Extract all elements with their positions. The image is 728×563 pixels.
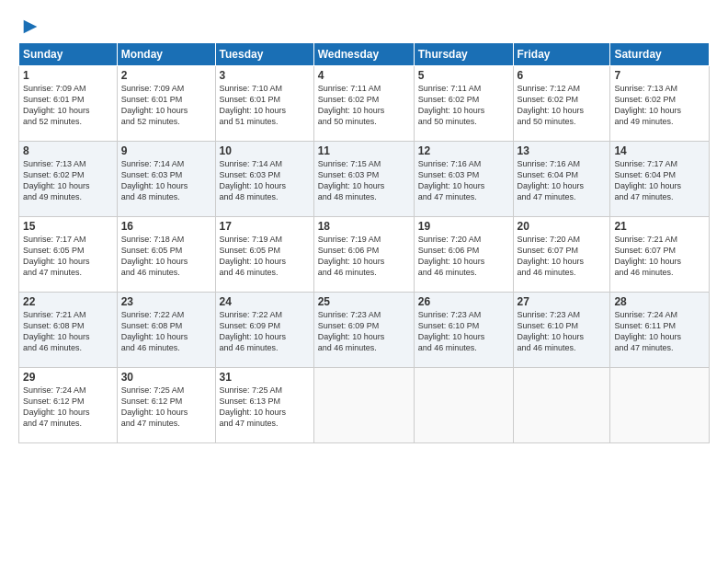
day-info: Sunrise: 7:15 AMSunset: 6:03 PMDaylight:…	[318, 159, 385, 201]
day-info: Sunrise: 7:16 AMSunset: 6:04 PMDaylight:…	[518, 159, 585, 201]
calendar-day-cell: 16 Sunrise: 7:18 AMSunset: 6:05 PMDaylig…	[117, 217, 215, 293]
day-info: Sunrise: 7:18 AMSunset: 6:05 PMDaylight:…	[121, 235, 188, 277]
day-info: Sunrise: 7:10 AMSunset: 6:01 PMDaylight:…	[220, 84, 287, 126]
day-info: Sunrise: 7:25 AMSunset: 6:12 PMDaylight:…	[121, 385, 188, 428]
day-info: Sunrise: 7:22 AMSunset: 6:09 PMDaylight:…	[220, 310, 287, 352]
calendar-day-cell: 24 Sunrise: 7:22 AMSunset: 6:09 PMDaylig…	[215, 293, 313, 368]
day-number: 13	[518, 144, 607, 157]
day-info: Sunrise: 7:19 AMSunset: 6:06 PMDaylight:…	[318, 235, 385, 277]
day-info: Sunrise: 7:24 AMSunset: 6:11 PMDaylight:…	[614, 310, 681, 352]
day-info: Sunrise: 7:13 AMSunset: 6:02 PMDaylight:…	[614, 84, 681, 126]
day-number: 24	[220, 295, 310, 308]
day-number: 10	[220, 144, 310, 157]
weekday-header-cell: Friday	[513, 43, 610, 66]
day-number: 15	[23, 220, 113, 233]
day-number: 2	[121, 69, 211, 82]
day-number: 16	[121, 220, 211, 233]
calendar-day-cell: 8 Sunrise: 7:13 AMSunset: 6:02 PMDayligh…	[19, 142, 118, 217]
day-number: 21	[614, 220, 705, 233]
calendar-day-cell: 20 Sunrise: 7:20 AMSunset: 6:07 PMDaylig…	[513, 217, 610, 293]
day-info: Sunrise: 7:20 AMSunset: 6:07 PMDaylight:…	[518, 235, 585, 277]
day-number: 18	[318, 220, 410, 233]
day-number: 19	[418, 220, 509, 233]
calendar-day-cell: 4 Sunrise: 7:11 AMSunset: 6:02 PMDayligh…	[313, 66, 414, 142]
day-number: 22	[23, 295, 113, 308]
weekday-header-row: SundayMondayTuesdayWednesdayThursdayFrid…	[19, 43, 710, 66]
calendar-table: SundayMondayTuesdayWednesdayThursdayFrid…	[18, 42, 710, 443]
calendar-day-cell: 2 Sunrise: 7:09 AMSunset: 6:01 PMDayligh…	[117, 66, 215, 142]
calendar-day-cell: 27 Sunrise: 7:23 AMSunset: 6:10 PMDaylig…	[513, 293, 610, 368]
weekday-header-cell: Thursday	[414, 43, 513, 66]
day-number: 28	[614, 295, 705, 308]
day-info: Sunrise: 7:09 AMSunset: 6:01 PMDaylight:…	[23, 84, 90, 126]
day-info: Sunrise: 7:24 AMSunset: 6:12 PMDaylight:…	[23, 385, 90, 428]
day-info: Sunrise: 7:11 AMSunset: 6:02 PMDaylight:…	[418, 84, 485, 126]
calendar-day-cell	[313, 368, 414, 443]
calendar-week-row: 22 Sunrise: 7:21 AMSunset: 6:08 PMDaylig…	[19, 293, 710, 368]
calendar-day-cell: 22 Sunrise: 7:21 AMSunset: 6:08 PMDaylig…	[19, 293, 118, 368]
calendar-day-cell: 10 Sunrise: 7:14 AMSunset: 6:03 PMDaylig…	[215, 142, 313, 217]
day-info: Sunrise: 7:22 AMSunset: 6:08 PMDaylight:…	[121, 310, 188, 352]
calendar-week-row: 29 Sunrise: 7:24 AMSunset: 6:12 PMDaylig…	[19, 368, 710, 443]
day-info: Sunrise: 7:16 AMSunset: 6:03 PMDaylight:…	[418, 159, 485, 201]
day-number: 3	[220, 69, 310, 82]
day-number: 20	[518, 220, 607, 233]
calendar-body: 1 Sunrise: 7:09 AMSunset: 6:01 PMDayligh…	[19, 66, 710, 443]
day-info: Sunrise: 7:17 AMSunset: 6:05 PMDaylight:…	[23, 235, 90, 277]
logo-arrow-icon	[20, 17, 40, 37]
day-info: Sunrise: 7:25 AMSunset: 6:13 PMDaylight:…	[220, 385, 287, 428]
day-number: 25	[318, 295, 410, 308]
calendar-day-cell	[414, 368, 513, 443]
day-number: 12	[418, 144, 509, 157]
weekday-header-cell: Saturday	[610, 43, 710, 66]
day-number: 26	[418, 295, 509, 308]
calendar-day-cell: 23 Sunrise: 7:22 AMSunset: 6:08 PMDaylig…	[117, 293, 215, 368]
day-info: Sunrise: 7:14 AMSunset: 6:03 PMDaylight:…	[121, 159, 188, 201]
calendar-day-cell: 9 Sunrise: 7:14 AMSunset: 6:03 PMDayligh…	[117, 142, 215, 217]
calendar-week-row: 1 Sunrise: 7:09 AMSunset: 6:01 PMDayligh…	[19, 66, 710, 142]
day-info: Sunrise: 7:21 AMSunset: 6:07 PMDaylight:…	[614, 235, 681, 277]
day-number: 23	[121, 295, 211, 308]
day-number: 17	[220, 220, 310, 233]
calendar-day-cell: 13 Sunrise: 7:16 AMSunset: 6:04 PMDaylig…	[513, 142, 610, 217]
calendar-day-cell: 15 Sunrise: 7:17 AMSunset: 6:05 PMDaylig…	[19, 217, 118, 293]
calendar-day-cell: 30 Sunrise: 7:25 AMSunset: 6:12 PMDaylig…	[117, 368, 215, 443]
day-info: Sunrise: 7:20 AMSunset: 6:06 PMDaylight:…	[418, 235, 485, 277]
weekday-header-cell: Monday	[117, 43, 215, 66]
calendar-week-row: 15 Sunrise: 7:17 AMSunset: 6:05 PMDaylig…	[19, 217, 710, 293]
day-info: Sunrise: 7:09 AMSunset: 6:01 PMDaylight:…	[121, 84, 188, 126]
day-number: 30	[121, 371, 211, 384]
calendar-day-cell: 18 Sunrise: 7:19 AMSunset: 6:06 PMDaylig…	[313, 217, 414, 293]
day-number: 6	[518, 69, 607, 82]
calendar-week-row: 8 Sunrise: 7:13 AMSunset: 6:02 PMDayligh…	[19, 142, 710, 217]
calendar-day-cell	[610, 368, 710, 443]
day-number: 1	[23, 69, 113, 82]
calendar-day-cell: 6 Sunrise: 7:12 AMSunset: 6:02 PMDayligh…	[513, 66, 610, 142]
page: SundayMondayTuesdayWednesdayThursdayFrid…	[0, 0, 728, 456]
day-number: 7	[614, 69, 705, 82]
header	[18, 17, 710, 37]
day-info: Sunrise: 7:11 AMSunset: 6:02 PMDaylight:…	[318, 84, 385, 126]
calendar-day-cell: 1 Sunrise: 7:09 AMSunset: 6:01 PMDayligh…	[19, 66, 118, 142]
calendar-day-cell: 21 Sunrise: 7:21 AMSunset: 6:07 PMDaylig…	[610, 217, 710, 293]
day-number: 29	[23, 371, 113, 384]
calendar-day-cell: 5 Sunrise: 7:11 AMSunset: 6:02 PMDayligh…	[414, 66, 513, 142]
day-number: 4	[318, 69, 410, 82]
day-info: Sunrise: 7:21 AMSunset: 6:08 PMDaylight:…	[23, 310, 90, 352]
weekday-header-cell: Wednesday	[313, 43, 414, 66]
calendar-day-cell: 11 Sunrise: 7:15 AMSunset: 6:03 PMDaylig…	[313, 142, 414, 217]
day-info: Sunrise: 7:23 AMSunset: 6:09 PMDaylight:…	[318, 310, 385, 352]
calendar-day-cell: 3 Sunrise: 7:10 AMSunset: 6:01 PMDayligh…	[215, 66, 313, 142]
calendar-day-cell: 25 Sunrise: 7:23 AMSunset: 6:09 PMDaylig…	[313, 293, 414, 368]
calendar-day-cell	[513, 368, 610, 443]
calendar-day-cell: 17 Sunrise: 7:19 AMSunset: 6:05 PMDaylig…	[215, 217, 313, 293]
calendar-day-cell: 12 Sunrise: 7:16 AMSunset: 6:03 PMDaylig…	[414, 142, 513, 217]
day-info: Sunrise: 7:23 AMSunset: 6:10 PMDaylight:…	[418, 310, 485, 352]
day-info: Sunrise: 7:13 AMSunset: 6:02 PMDaylight:…	[23, 159, 90, 201]
day-info: Sunrise: 7:12 AMSunset: 6:02 PMDaylight:…	[518, 84, 585, 126]
calendar-day-cell: 31 Sunrise: 7:25 AMSunset: 6:13 PMDaylig…	[215, 368, 313, 443]
day-number: 11	[318, 144, 410, 157]
day-number: 27	[518, 295, 607, 308]
day-number: 8	[23, 144, 113, 157]
calendar-day-cell: 19 Sunrise: 7:20 AMSunset: 6:06 PMDaylig…	[414, 217, 513, 293]
